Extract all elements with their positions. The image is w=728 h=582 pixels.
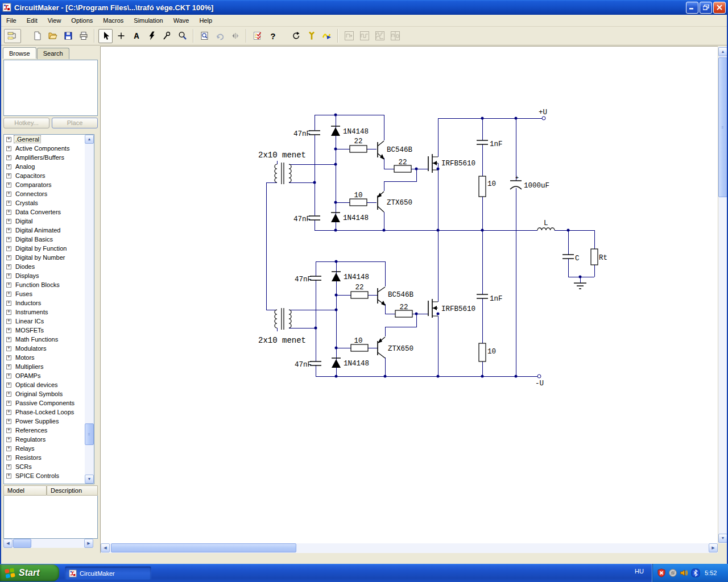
expand-icon[interactable]: + [6, 455, 11, 460]
canvas-scroll-left-button[interactable]: ◀ [101, 543, 110, 552]
expand-icon[interactable]: + [6, 328, 11, 333]
digital-display-button-2[interactable] [357, 29, 371, 43]
help-button[interactable]: ? [266, 29, 280, 43]
tree-item[interactable]: +Digital Basics [4, 235, 86, 244]
restore-button[interactable] [700, 2, 712, 14]
tree-item[interactable]: +Digital by Function [4, 244, 86, 253]
menu-help[interactable]: Help [194, 15, 217, 26]
menu-options[interactable]: Options [66, 15, 98, 26]
reset-button[interactable] [289, 29, 303, 43]
expand-icon[interactable]: + [6, 392, 11, 397]
expand-icon[interactable]: + [6, 464, 11, 469]
expand-icon[interactable]: + [6, 428, 11, 433]
expand-icon[interactable]: + [6, 410, 11, 415]
tree-scroll-thumb[interactable]: ≡ [85, 423, 94, 445]
expand-icon[interactable]: + [6, 310, 11, 315]
menu-macros[interactable]: Macros [98, 15, 129, 26]
tree-item[interactable]: +Function Blocks [4, 280, 86, 289]
menu-file[interactable]: File [1, 15, 22, 26]
tree-item[interactable]: +Passive Components [4, 398, 86, 408]
canvas-vscroll-thumb[interactable]: ≡ [718, 57, 727, 197]
arrow-tool-button[interactable] [98, 29, 113, 43]
close-button[interactable] [713, 2, 726, 14]
digital-display-button-1[interactable] [342, 29, 356, 43]
expand-icon[interactable]: + [6, 219, 11, 224]
expand-icon[interactable]: + [6, 292, 11, 297]
menu-edit[interactable]: Edit [22, 15, 43, 26]
start-button[interactable]: Start [0, 564, 59, 581]
tree-item[interactable]: +Modulators [4, 344, 86, 353]
expand-icon[interactable]: + [6, 237, 11, 242]
tab-search[interactable]: Search [37, 48, 69, 59]
tree-item[interactable]: +Analog [4, 162, 86, 171]
tree-item[interactable]: +Connectors [4, 189, 86, 198]
digital-display-button-4[interactable] [388, 29, 402, 43]
expand-icon[interactable]: + [6, 319, 11, 324]
description-column-header[interactable]: Description [47, 485, 98, 496]
tree-item[interactable]: +Phase-Locked Loops [4, 408, 86, 417]
tree-item[interactable]: +Math Functions [4, 335, 86, 344]
text-tool-button[interactable]: A [129, 29, 143, 43]
tree-item[interactable]: +Linear ICs [4, 317, 86, 326]
expand-icon[interactable]: + [6, 155, 11, 160]
model-scroll-thumb[interactable] [13, 539, 31, 548]
tree-item[interactable]: +Regulators [4, 435, 86, 444]
canvas-hscroll-thumb[interactable] [111, 543, 296, 552]
expand-icon[interactable]: + [6, 273, 11, 278]
canvas-scroll-up-button[interactable]: ▲ [718, 47, 727, 56]
tree-item[interactable]: +OPAMPs [4, 371, 86, 380]
tree-item[interactable]: +.General [4, 135, 86, 144]
tree-scrollbar[interactable]: ▲ ≡ ▼ [85, 135, 94, 484]
tree-item[interactable]: +References [4, 426, 86, 435]
print-button[interactable] [76, 29, 90, 43]
tree-item[interactable]: +Diodes [4, 262, 86, 271]
speaker-icon[interactable] [680, 568, 689, 577]
tree-item[interactable]: +Resistors [4, 453, 86, 462]
zoom-tool-button[interactable] [175, 29, 189, 43]
canvas-scroll-down-button[interactable]: ▼ [718, 534, 727, 543]
minimize-button[interactable] [686, 2, 698, 14]
split-view-button[interactable] [228, 29, 242, 43]
browse-panel-button[interactable] [4, 29, 21, 43]
expand-icon[interactable]: + [6, 182, 11, 188]
hotkey-button[interactable]: Hotkey... [3, 118, 49, 128]
tree-item[interactable]: +Capacitors [4, 171, 86, 180]
wire-tool-button[interactable] [114, 29, 128, 43]
expand-icon[interactable]: + [6, 201, 11, 206]
tree-item[interactable]: +Multipliers [4, 362, 86, 371]
tree-item[interactable]: +Crystals [4, 198, 86, 207]
expand-icon[interactable]: + [6, 383, 11, 388]
expand-icon[interactable]: + [6, 164, 11, 169]
canvas-horizontal-scrollbar[interactable]: ◀ ▶ [101, 543, 718, 553]
check-design-button[interactable] [250, 29, 264, 43]
expand-icon[interactable]: + [6, 355, 11, 360]
expand-icon[interactable]: + [6, 419, 11, 424]
expand-icon[interactable]: + [6, 192, 11, 197]
waveforms-button[interactable] [320, 29, 334, 43]
tree-item[interactable]: +Relays [4, 444, 86, 453]
menu-view[interactable]: View [43, 15, 67, 26]
canvas-scroll-right-button[interactable]: ▶ [709, 543, 718, 552]
expand-icon[interactable]: + [6, 401, 11, 406]
tree-item[interactable]: +Instruments [4, 307, 86, 317]
language-indicator[interactable]: HU [635, 568, 644, 575]
model-scroll-left-button[interactable]: ◀ [3, 539, 13, 548]
tree-item[interactable]: +Power Supplies [4, 417, 86, 426]
tree-item[interactable]: +Digital by Number [4, 253, 86, 262]
expand-icon[interactable]: + [6, 364, 11, 369]
tree-scroll-down-button[interactable]: ▼ [85, 475, 94, 484]
tree-item[interactable]: +Inductors [4, 298, 86, 307]
delete-tool-button[interactable] [144, 29, 159, 43]
digital-display-button-3[interactable] [373, 29, 387, 43]
model-column-header[interactable]: Model [3, 485, 47, 496]
expand-icon[interactable]: + [6, 255, 11, 260]
menu-simulation[interactable]: Simulation [129, 15, 168, 26]
tree-item[interactable]: +SCRs [4, 462, 86, 471]
model-scroll-right-button[interactable]: ▶ [84, 539, 93, 548]
expand-icon[interactable]: + [6, 146, 11, 151]
tree-item[interactable]: +Active Components [4, 144, 86, 153]
expand-icon[interactable]: + [6, 137, 11, 142]
tree-item[interactable]: +Amplifiers/Buffers [4, 153, 86, 162]
taskbar-item-circuitmaker[interactable]: CircuitMaker [65, 566, 151, 580]
schematic-drawing[interactable]: +U1nF10+1000uF47nF1N41482x10 menet22BC54… [101, 46, 718, 543]
